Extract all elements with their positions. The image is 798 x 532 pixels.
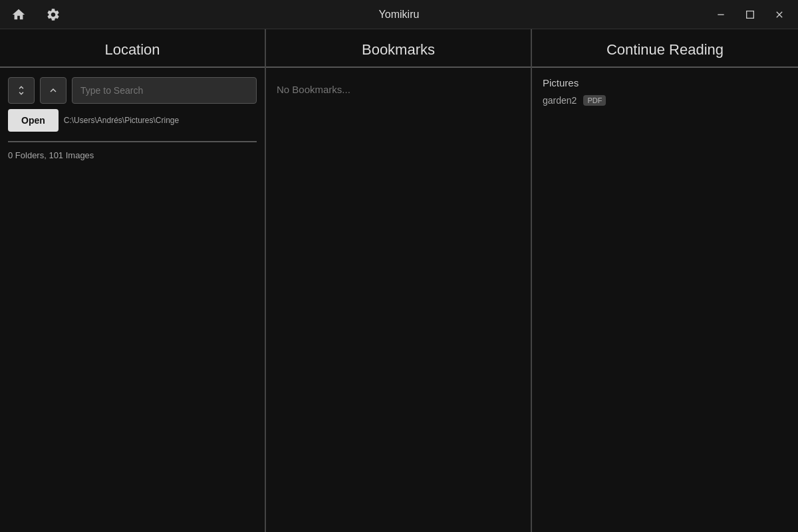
location-controls: Open C:\Users\Andrés\Pictures\Cringe (0, 70, 265, 138)
gear-icon (46, 7, 61, 22)
location-top-row (8, 77, 257, 104)
settings-button[interactable] (41, 3, 65, 27)
bookmarks-panel: Bookmarks No Bookmarks... (266, 29, 532, 532)
titlebar-left (7, 3, 65, 27)
close-button[interactable] (767, 3, 791, 27)
continue-reading-badge: PDF (583, 95, 606, 106)
stats-text: 0 Folders, 101 Images (0, 145, 265, 166)
titlebar-right (709, 3, 791, 27)
location-heading: Location (0, 29, 265, 68)
location-bottom-row: Open C:\Users\Andrés\Pictures\Cringe (8, 109, 257, 132)
current-path: C:\Users\Andrés\Pictures\Cringe (64, 116, 179, 125)
app-title: Yomikiru (379, 9, 420, 21)
main-layout: Location Open C:\Users\Andrés\Pictures\C… (0, 29, 798, 532)
continue-folder-label: Pictures (543, 77, 787, 88)
continue-reading-filename: garden2 (543, 95, 577, 106)
home-icon (11, 7, 26, 22)
search-input[interactable] (72, 77, 257, 104)
titlebar: Yomikiru (0, 0, 798, 29)
home-button[interactable] (7, 3, 31, 27)
maximize-icon (745, 9, 755, 20)
close-icon (774, 9, 785, 20)
open-button[interactable]: Open (8, 109, 59, 132)
location-panel: Location Open C:\Users\Andrés\Pictures\C… (0, 29, 266, 532)
continue-reading-heading: Continue Reading (532, 29, 798, 68)
sort-up-button[interactable] (40, 77, 66, 104)
sort-icon (15, 84, 27, 96)
bookmarks-heading: Bookmarks (266, 29, 531, 68)
divider (8, 141, 257, 142)
minimize-icon (716, 9, 726, 20)
sort-order-button[interactable] (8, 77, 35, 104)
minimize-button[interactable] (709, 3, 733, 27)
continue-reading-section: Pictures garden2 PDF (532, 70, 798, 115)
maximize-button[interactable] (738, 3, 762, 27)
bookmarks-empty: No Bookmarks... (266, 70, 531, 108)
continue-reading-item[interactable]: garden2 PDF (543, 92, 787, 108)
continue-reading-panel: Continue Reading Pictures garden2 PDF (532, 29, 798, 532)
chevron-up-icon (47, 84, 59, 96)
